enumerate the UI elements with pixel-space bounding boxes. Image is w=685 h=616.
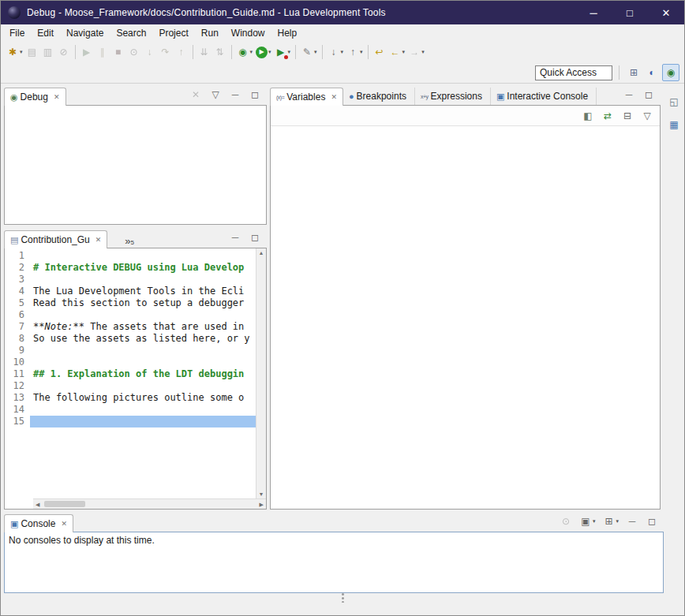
open-console-button[interactable]: ⊞▾ (601, 513, 620, 529)
tab-variables[interactable]: (x)=Variables✕ (270, 88, 343, 106)
lua-perspective-button[interactable]: ◐ (644, 65, 660, 80)
show-type-names-button[interactable]: ⇄ (600, 108, 616, 124)
scroll-up-icon[interactable]: ▲ (259, 250, 264, 256)
editor-line[interactable]: 2# Interactive DEBUG using Lua Develop (5, 262, 256, 274)
editor-line[interactable]: 1 (5, 250, 256, 262)
menu-project[interactable]: Project (152, 25, 194, 41)
next-annotation-button[interactable]: ↓▾ (326, 44, 346, 60)
editor-line[interactable]: 13The following pictures outline some o (5, 392, 256, 404)
suspend-icon: ∥ (96, 46, 109, 58)
editor-line[interactable]: 12 (5, 380, 256, 392)
vertical-scrollbar[interactable]: ▲ ▼ (256, 248, 266, 498)
toolbar-separator (193, 45, 193, 59)
maximize-button[interactable]: ◻ (247, 230, 263, 245)
editor-line[interactable]: 11## 1. Explanation of the LDT debuggin (5, 368, 256, 380)
editor-line[interactable]: 8So use the assets as listed here, or y (5, 333, 256, 345)
console-content[interactable]: No consoles to display at this time. (4, 532, 664, 593)
collapse-all-button[interactable]: ⊟ (619, 108, 635, 124)
titlebar[interactable]: Debug - Moose_Framework/docs/Contributio… (1, 1, 684, 24)
save-icon: ▤ (26, 46, 39, 58)
minimized-view-button[interactable]: ▦ (666, 117, 682, 133)
tab-expressions[interactable]: x+yExpressions (415, 88, 491, 105)
dropdown-arrow-icon: ▾ (314, 49, 317, 55)
scroll-right-icon[interactable]: ▶ (260, 502, 264, 507)
close-button[interactable]: ✕ (648, 1, 684, 24)
open-perspective-button[interactable]: ⊞ (626, 65, 642, 80)
debug-perspective-button[interactable]: ◉ (662, 64, 679, 81)
sash[interactable] (1, 593, 684, 603)
previous-annotation-button[interactable]: ↑▾ (345, 44, 365, 60)
tab-label: Variables (286, 91, 325, 103)
back-button[interactable]: ←▾ (387, 44, 407, 60)
editor-line[interactable]: 9 (5, 345, 256, 357)
save-button: ▤ (24, 44, 40, 60)
menu-run[interactable]: Run (195, 25, 225, 41)
menu-window[interactable]: Window (225, 25, 271, 41)
tab-console[interactable]: ▣ Console ✕ (4, 514, 73, 532)
tab-breakpoints[interactable]: ●Breakpoints (343, 88, 415, 105)
line-text (30, 404, 256, 416)
editor-line[interactable]: 3 (5, 274, 256, 286)
line-text (30, 345, 256, 357)
maximize-button[interactable]: □ (612, 1, 648, 24)
tab-contribution-guide[interactable]: ▤ Contribution_Gu ✕ (4, 230, 107, 248)
display-console-button[interactable]: ▣▾ (578, 513, 597, 529)
view-menu-button[interactable]: ▽ (208, 87, 223, 103)
editor-line[interactable]: 5Read this section to setup a debugger (5, 297, 256, 309)
view-menu-button[interactable]: ▽ (639, 108, 655, 124)
editor-line[interactable]: 7**Note:** The assets that are used in (5, 321, 256, 333)
minimize-button[interactable]: ─ (624, 513, 640, 529)
close-tab-icon[interactable]: ✕ (331, 93, 337, 101)
variables-view: (x)=Variables✕●Breakpointsx+yExpressions… (270, 86, 661, 510)
remove-all-terminated-icon: ✕ (189, 88, 202, 101)
menu-file[interactable]: File (3, 25, 31, 41)
previous-annotation-icon: ↑ (346, 46, 359, 58)
tab-interactive-console[interactable]: ▣Interactive Console (491, 88, 597, 105)
variables-empty-area[interactable] (271, 126, 660, 509)
edge-strip: ◱▦ (664, 86, 684, 510)
run-launch-button[interactable]: ▶▾ (254, 45, 273, 60)
search-button[interactable]: ✎▾ (299, 44, 319, 60)
close-tab-icon[interactable]: ✕ (95, 236, 102, 244)
maximize-button[interactable]: ◻ (644, 513, 660, 529)
sash-grip-icon[interactable] (342, 597, 344, 599)
resume-button: ▶ (79, 44, 95, 60)
show-logical-structure-icon: ◧ (582, 110, 594, 122)
close-tab-icon[interactable]: ✕ (54, 93, 60, 101)
tab-debug[interactable]: ◉ Debug ✕ (4, 88, 66, 106)
debug-view-actions: ✕▽─◻ (188, 87, 267, 105)
line-number: 8 (5, 333, 30, 345)
scroll-down-icon[interactable]: ▼ (259, 491, 264, 497)
menu-navigate[interactable]: Navigate (60, 25, 110, 41)
editor-line[interactable]: 15 (5, 416, 256, 427)
debug-launch-button[interactable]: ◉▾ (235, 44, 255, 60)
variables-toolbar: ◧⇄⊟▽ (271, 106, 660, 126)
scrollbar-thumb[interactable] (44, 501, 85, 507)
restore-view-button[interactable]: ◱ (666, 94, 682, 110)
maximize-button[interactable]: ◻ (641, 87, 657, 103)
editor-line[interactable]: 14 (5, 404, 256, 416)
menu-search[interactable]: Search (110, 25, 152, 41)
quick-access-input[interactable]: Quick Access (535, 65, 612, 80)
show-logical-structure-button[interactable]: ◧ (580, 108, 596, 124)
close-tab-icon[interactable]: ✕ (61, 520, 67, 528)
minimize-button[interactable]: ─ (227, 230, 243, 245)
maximize-button[interactable]: ◻ (247, 87, 263, 103)
scroll-left-icon[interactable]: ◀ (36, 502, 39, 507)
editor-line[interactable]: 10 (5, 357, 256, 368)
editor-line[interactable]: 4The Lua Development Tools in the Ecli (5, 286, 256, 297)
minimize-button[interactable]: ─ (575, 1, 612, 24)
debug-view-content[interactable] (4, 105, 267, 225)
menu-help[interactable]: Help (271, 25, 304, 41)
editor-line[interactable]: 6 (5, 309, 256, 321)
external-tools-button[interactable]: ▶▾ (273, 44, 293, 60)
menu-edit[interactable]: Edit (31, 25, 60, 41)
hidden-editors-button[interactable]: » 5 (122, 232, 137, 248)
minimize-button[interactable]: ─ (621, 87, 637, 103)
last-edit-location-button[interactable]: ↩ (372, 44, 387, 60)
minimize-button[interactable]: ─ (227, 87, 243, 103)
emphasis-text: **Note:** (33, 321, 84, 332)
horizontal-scrollbar[interactable]: ◀ ▶ (33, 498, 266, 509)
new-wizard-button[interactable]: ✱▾ (5, 44, 24, 60)
line-text: So use the assets as listed here, or y (30, 333, 256, 345)
